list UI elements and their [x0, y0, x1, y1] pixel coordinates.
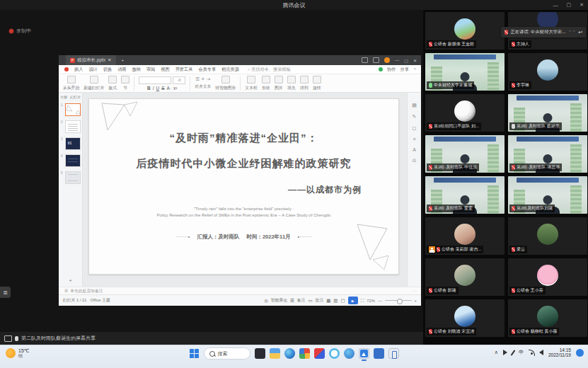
menu-member[interactable]: 会员专享	[198, 67, 216, 73]
participant-tile[interactable]: 公研会 杨柳桂 黄小薇	[508, 299, 587, 337]
participant-tile[interactable]: 第2组 及时雨队 蔡诞生	[508, 94, 587, 132]
onedrive-icon[interactable]	[503, 350, 507, 355]
menu-devtools[interactable]: 开发工具	[175, 67, 193, 73]
weather-widget[interactable]: 15℃ 晴	[6, 348, 30, 358]
participant-tile[interactable]: 公研会 刘晓迪 宋宜洁	[425, 299, 505, 337]
comment-toggle[interactable]: 批注	[316, 297, 324, 304]
from-start-button[interactable]: 从头开始	[63, 76, 79, 91]
arrange-button[interactable]: 排列	[300, 76, 309, 91]
participant-tile[interactable]: 公研会 王小芬	[508, 258, 587, 296]
wechat-work-icon[interactable]	[374, 348, 384, 359]
reply-arrow-icon[interactable]: ↩	[578, 30, 582, 35]
reading-view-icon[interactable]: ▢	[340, 298, 345, 304]
animation-pane-icon[interactable]: ✎	[413, 114, 417, 120]
search-box[interactable]: 搜索	[204, 347, 250, 360]
participant-tile[interactable]: 公研会 茉莉部 谢吉...	[425, 217, 505, 255]
slide-thumbnail-1[interactable]: 1	[61, 103, 81, 116]
sidebar-toggle-button[interactable]: ≣	[0, 287, 11, 298]
participant-tile[interactable]: 第1组胡同口不甜队 刘...	[425, 94, 505, 132]
menu-review[interactable]: 审阅	[146, 67, 155, 73]
tencent-meeting-icon[interactable]	[359, 348, 369, 359]
italic-button[interactable]: I	[153, 86, 154, 91]
menu-insert[interactable]: 插入	[74, 67, 83, 73]
tab-slides[interactable]: 幻灯片	[70, 95, 81, 99]
slide-thumbnail-4[interactable]: 4	[61, 154, 81, 167]
document-tab[interactable]: P 模拟市长.pptx ✕	[66, 55, 116, 65]
participant-tile[interactable]: 梁云	[508, 217, 587, 255]
number-list-icon[interactable]: ≡	[202, 76, 204, 82]
slide-thumbnail-5[interactable]: 5	[61, 171, 81, 184]
current-slide[interactable]: “及时雨”精准落进“企业田”： 后疫情时代中小微企业纾困解难的政策研究 ——以成…	[88, 98, 399, 275]
bullet-list-icon[interactable]: ☰	[195, 76, 200, 82]
fit-window-icon[interactable]: ⛶	[361, 298, 364, 304]
new-slide-button[interactable]: 新建幻灯片	[83, 76, 104, 91]
volume-icon[interactable]	[539, 350, 543, 355]
collab-button[interactable]: 协作	[387, 67, 396, 73]
properties-icon[interactable]: ▤	[412, 103, 417, 108]
picture-button[interactable]: 图片	[275, 76, 283, 91]
shape-button[interactable]: 形状	[262, 76, 270, 91]
store-app-icon[interactable]	[299, 348, 310, 359]
media-app-icon[interactable]	[329, 348, 340, 359]
clock[interactable]: 14:15 2022/11/19	[548, 347, 571, 358]
selection-pane-icon[interactable]: A	[413, 147, 416, 152]
bold-button[interactable]: B	[147, 86, 151, 91]
section-button[interactable]: 节	[121, 76, 129, 91]
underline-button[interactable]: U	[156, 86, 159, 91]
rotate-button[interactable]: 旋转	[313, 76, 321, 91]
menu-resources[interactable]: 稻壳资源	[221, 67, 239, 73]
account-avatar[interactable]	[384, 57, 390, 63]
participant-tile[interactable]: 李宇琳	[508, 53, 587, 91]
zoom-out-button[interactable]: —	[378, 299, 382, 303]
home-tab-icon[interactable]	[64, 67, 69, 71]
zoom-in-button[interactable]: +	[415, 299, 417, 303]
layout-button[interactable]: 版式	[108, 76, 117, 91]
new-tab-button[interactable]: +	[122, 58, 125, 62]
notes-bar[interactable]: ☰ 单击此处添加备注 ···	[59, 287, 421, 294]
close-button[interactable]: ✕	[580, 2, 584, 8]
ribbon-collapse-icon[interactable]: ⌃	[413, 67, 417, 72]
notes-app-icon[interactable]	[255, 348, 265, 359]
tray-expand-chevron[interactable]: ∧	[495, 350, 498, 355]
help-pane-icon[interactable]: ⊙	[413, 158, 417, 163]
notification-badge[interactable]	[576, 349, 584, 357]
minimize-button[interactable]: —	[553, 3, 558, 8]
menu-view[interactable]: 视图	[161, 67, 169, 73]
slide-thumbnail-3[interactable]: 3 01	[61, 137, 81, 150]
file-explorer-icon[interactable]	[270, 348, 280, 359]
zoom-slider-knob[interactable]	[397, 299, 403, 304]
participant-tile[interactable]: 公研会 郭璐	[425, 258, 505, 296]
maximize-button[interactable]: ▢	[567, 2, 572, 8]
participant-tile[interactable]: 第2组 及时雨队 雯雯	[425, 176, 505, 214]
edge-browser-icon[interactable]	[284, 348, 295, 359]
phone-link-icon[interactable]	[388, 348, 399, 359]
zoom-slider[interactable]	[385, 300, 412, 301]
menu-transition[interactable]: 切换	[103, 67, 112, 73]
align-text-button[interactable]: 对齐文本	[195, 84, 211, 90]
grid-view-icon[interactable]	[373, 57, 379, 63]
share-button[interactable]: 分享	[400, 67, 408, 73]
menu-slideshow[interactable]: 放映	[132, 67, 141, 73]
textbox-button[interactable]: 文本框	[245, 76, 257, 91]
browser-app-icon[interactable]	[344, 348, 354, 359]
participant-tile[interactable]: 第2组及时雨队刘璐	[508, 176, 587, 214]
wps-close-button[interactable]: ✕	[413, 58, 417, 63]
slideshow-play-button[interactable]: ▶	[348, 297, 358, 304]
wifi-icon[interactable]	[529, 350, 534, 355]
wps-maximize-button[interactable]: ▢	[404, 58, 408, 63]
participant-tile[interactable]: 公研会 新媒体 王金娃	[425, 12, 505, 50]
indent-icon[interactable]: ⇥	[207, 76, 210, 82]
menu-design[interactable]: 设计	[88, 67, 97, 73]
sorter-view-icon[interactable]: ▥	[333, 298, 338, 304]
menu-animation[interactable]: 动画	[117, 67, 126, 73]
command-search[interactable]: ⌕ 查找命令、搜索模板	[248, 67, 291, 73]
normal-view-icon[interactable]: ▦	[326, 298, 330, 304]
tab-outline[interactable]: 大纲	[60, 95, 67, 99]
ime-indicator[interactable]: 中	[519, 349, 524, 356]
start-button[interactable]	[190, 349, 200, 359]
participant-tile[interactable]: 第2组·及时雨队·申佳乐	[425, 135, 505, 173]
smart-graphic-button[interactable]: 转智能图形	[215, 76, 236, 91]
design-pane-icon[interactable]: ◻	[413, 125, 417, 131]
layout-view-icon[interactable]	[362, 57, 368, 63]
font-name-box[interactable]	[139, 76, 171, 84]
